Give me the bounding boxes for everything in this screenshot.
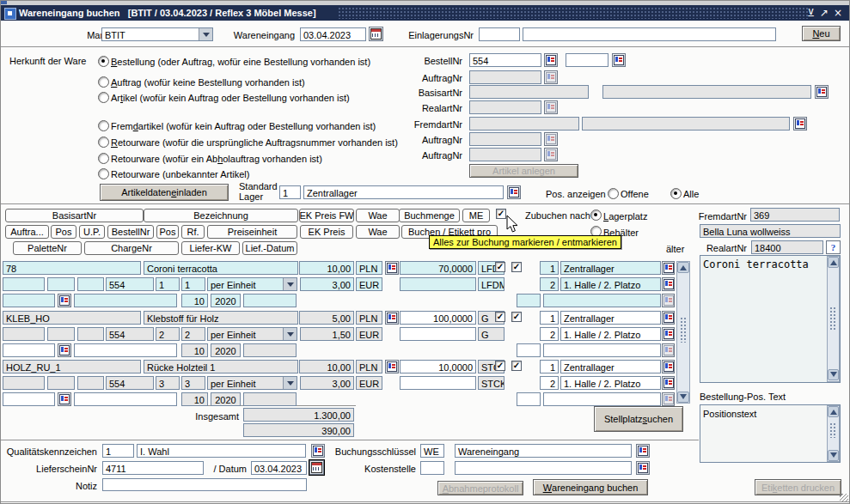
lov-icon[interactable]: [385, 261, 399, 275]
grid-r2-e4[interactable]: [517, 343, 541, 357]
lov-icon[interactable]: [311, 444, 325, 458]
column-header-headers_row2-5[interactable]: Rf.: [181, 225, 205, 239]
column-header-headers_row1-1[interactable]: Bezeichnung: [144, 209, 298, 222]
kostenstelle-text-field[interactable]: [455, 461, 632, 475]
stellplatz-suchen-button[interactable]: Stellplatz suchen: [594, 406, 683, 432]
kostenstelle-code-field[interactable]: [420, 461, 444, 475]
einlagerungsnr-text-field[interactable]: [523, 27, 776, 41]
einlagerungsnr-field[interactable]: [479, 27, 520, 41]
lov-icon[interactable]: [544, 53, 558, 67]
lov-icon[interactable]: [662, 360, 675, 373]
window-resize-grip[interactable]: [840, 494, 848, 502]
bestellnr-field[interactable]: 554: [469, 53, 541, 67]
lov-icon[interactable]: [662, 277, 675, 291]
herkunft-radio-6[interactable]: [98, 168, 109, 179]
lov-icon[interactable]: [793, 117, 807, 131]
grid-r1-e5[interactable]: [543, 294, 661, 307]
grid-r1-lager1_name[interactable]: Zentrallager: [560, 261, 661, 275]
chevron-down-icon[interactable]: [283, 328, 297, 340]
grid-r3-lager1_name[interactable]: Zentrallager: [560, 360, 661, 373]
scrollbar-grip[interactable]: [680, 317, 688, 343]
grid-r3-charge[interactable]: [74, 392, 177, 406]
column-header-headers_row2-4[interactable]: Pos: [156, 225, 179, 239]
close-icon[interactable]: ×: [834, 7, 842, 19]
grid-r1-zubuchen-checkbox[interactable]: ✓: [495, 262, 505, 272]
lov-icon[interactable]: [58, 343, 71, 357]
grid-r3-lager2_name[interactable]: 1. Halle / 2. Platzo: [560, 376, 661, 390]
artikel-langtext-area[interactable]: Coroni terracotta: [700, 255, 841, 383]
grid-r1-lager2_name[interactable]: 1. Halle / 2. Platzo: [560, 277, 661, 291]
grid-r2-lager2_nr[interactable]: 2: [540, 327, 559, 341]
grid-r1-lager1_nr[interactable]: 1: [540, 261, 559, 275]
artikeldaten-einladen-button[interactable]: Artikeldaten einladen: [100, 184, 229, 201]
buchungsschluessel-text-field[interactable]: Wareneingang: [455, 444, 632, 458]
lov-icon[interactable]: [662, 311, 675, 325]
column-header-headers_row3-0[interactable]: PaletteNr: [13, 241, 82, 255]
grid-r1-buchen_pro[interactable]: [400, 277, 476, 291]
grid-r2-buchen_pro[interactable]: [400, 327, 476, 341]
chevron-down-icon[interactable]: [199, 28, 212, 40]
mark-all-checkbox[interactable]: ✓: [496, 209, 506, 219]
grid-r1-charge[interactable]: [74, 294, 177, 307]
grid-r2-charge[interactable]: [74, 343, 177, 357]
column-header-headers_row1-5[interactable]: ME: [462, 209, 490, 222]
datum-field[interactable]: 03.04.2023: [251, 461, 307, 475]
grid-r1-etikett-checkbox[interactable]: ✓: [511, 262, 522, 272]
lov-icon[interactable]: [507, 185, 521, 199]
grid-r2-zubuchen-checkbox[interactable]: ✓: [495, 312, 505, 322]
qualitaet-text-field[interactable]: I. Wahl: [137, 444, 306, 458]
scroll-down-icon[interactable]: [828, 450, 839, 461]
chevron-down-icon[interactable]: [283, 377, 297, 389]
grid-r2-etikett-checkbox[interactable]: ✓: [511, 312, 522, 322]
grid-r2-preiseinheit[interactable]: per Einheit: [207, 327, 297, 341]
column-header-headers_row2-2[interactable]: U.P.: [79, 225, 105, 239]
grid-r3-buchmenge[interactable]: 10,0000: [400, 360, 476, 373]
herkunft-radio-1[interactable]: [98, 76, 109, 88]
grid-r1-buchmenge[interactable]: 70,0000: [400, 261, 476, 275]
lov-icon[interactable]: [662, 376, 675, 390]
grid-r1-e4[interactable]: [517, 294, 541, 307]
positionstext-area[interactable]: Positionstext: [700, 404, 841, 463]
pos-anzeigen-alle-radio[interactable]: [670, 188, 682, 199]
lov-icon[interactable]: [662, 327, 675, 341]
scrollbar-grip[interactable]: [829, 307, 837, 331]
grid-r3-e5[interactable]: [543, 392, 661, 406]
herkunft-radio-2[interactable]: [98, 92, 109, 103]
maximize-icon[interactable]: ↗: [820, 7, 829, 19]
grid-r3-e4[interactable]: [517, 392, 541, 406]
calendar-icon[interactable]: [369, 27, 383, 41]
standard-lager-nr-field[interactable]: 1: [279, 185, 301, 199]
zubuchen-lagerplatz-radio[interactable]: [590, 209, 602, 221]
column-header-headers_row1-4[interactable]: Buchmenge: [399, 209, 460, 222]
window-titlebar[interactable]: Wareneingang buchen [BTIT / 03.04.2023 /…: [1, 5, 849, 21]
notiz-field[interactable]: [102, 478, 307, 491]
calendar-icon[interactable]: [309, 460, 324, 475]
grid-r3-etikett-checkbox[interactable]: ✓: [511, 361, 522, 371]
column-header-headers_row2-7[interactable]: EK Preis: [300, 225, 353, 239]
grid-r2-lager1_name[interactable]: Zentrallager: [560, 311, 661, 325]
help-icon[interactable]: ?: [826, 240, 841, 254]
pos-anzeigen-offene-radio[interactable]: [608, 188, 619, 199]
buchungsschluessel-code-field[interactable]: WE: [420, 444, 444, 458]
wareneingang-buchen-button[interactable]: Wareneingang buchen: [533, 479, 648, 495]
minimize-icon[interactable]: ⊻: [807, 7, 815, 19]
lov-icon[interactable]: [815, 85, 829, 99]
column-header-headers_row2-3[interactable]: BestellNr: [107, 225, 154, 239]
lov-icon[interactable]: [385, 311, 399, 325]
lov-icon[interactable]: [58, 392, 71, 406]
standard-lager-name-field[interactable]: Zentrallager: [303, 185, 504, 199]
herkunft-radio-5[interactable]: [98, 153, 109, 164]
mandant-select[interactable]: BTIT: [101, 27, 213, 41]
column-header-headers_row1-3[interactable]: Wae: [356, 209, 400, 222]
neu-button[interactable]: Neu: [802, 26, 841, 41]
grid-r2-e5[interactable]: [543, 343, 661, 357]
grid-r2-lager2_name[interactable]: 1. Halle / 2. Platzo: [560, 327, 661, 341]
column-header-headers_row3-1[interactable]: ChargeNr: [84, 241, 179, 255]
bestellnr-field-2[interactable]: [566, 53, 608, 67]
scroll-up-icon[interactable]: [828, 257, 839, 268]
grid-r3-zubuchen-checkbox[interactable]: ✓: [495, 361, 505, 371]
grid-r3-lager2_nr[interactable]: 2: [540, 376, 559, 390]
herkunft-radio-3[interactable]: [98, 120, 109, 131]
grid-r2-lager1_nr[interactable]: 1: [540, 311, 559, 325]
grid-r1-lager2_nr[interactable]: 2: [540, 277, 559, 291]
